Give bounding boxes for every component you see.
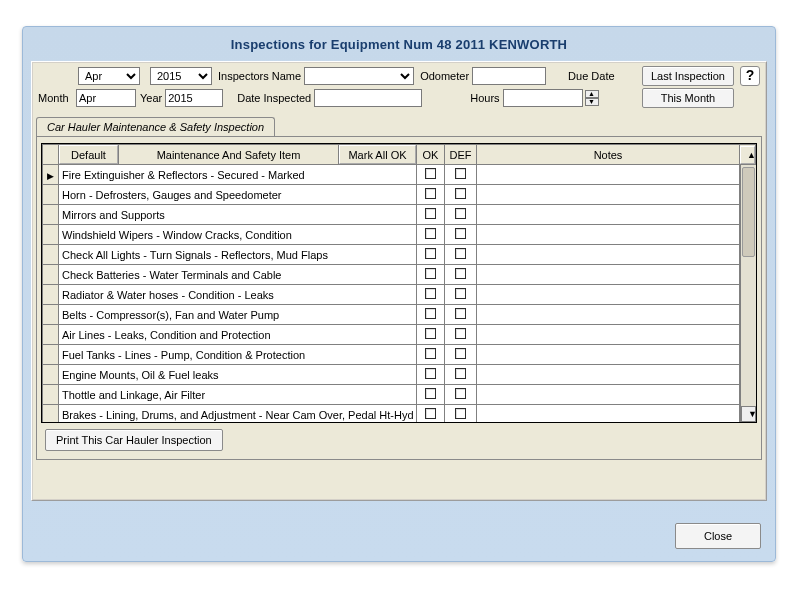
mark-all-ok-button[interactable]: Mark All OK <box>339 145 416 164</box>
row-selector[interactable] <box>43 385 59 405</box>
ok-cell[interactable] <box>417 165 445 185</box>
ok-cell[interactable] <box>417 265 445 285</box>
checkbox-icon[interactable] <box>425 328 436 339</box>
ok-cell[interactable] <box>417 305 445 325</box>
year-input[interactable] <box>165 89 223 107</box>
row-selector[interactable] <box>43 205 59 225</box>
table-row[interactable]: Belts - Compressor(s), Fan and Water Pum… <box>43 305 756 325</box>
table-row[interactable]: Thottle and Linkage, Air Filter <box>43 385 756 405</box>
checkbox-icon[interactable] <box>455 168 466 179</box>
hours-stepper[interactable]: ▲ ▼ <box>585 90 599 106</box>
checkbox-icon[interactable] <box>425 308 436 319</box>
row-selector[interactable] <box>43 165 59 185</box>
ok-cell[interactable] <box>417 285 445 305</box>
checkbox-icon[interactable] <box>425 168 436 179</box>
year-dropdown[interactable]: 2015 <box>150 67 212 85</box>
date-inspected-input[interactable] <box>314 89 422 107</box>
notes-cell[interactable] <box>477 245 740 265</box>
def-cell[interactable] <box>445 305 477 325</box>
def-cell[interactable] <box>445 205 477 225</box>
checkbox-icon[interactable] <box>455 368 466 379</box>
table-row[interactable]: Air Lines - Leaks, Condition and Protect… <box>43 325 756 345</box>
last-inspection-button[interactable]: Last Inspection <box>642 66 734 86</box>
checkbox-icon[interactable] <box>455 288 466 299</box>
def-cell[interactable] <box>445 385 477 405</box>
month-dropdown[interactable]: Apr <box>78 67 140 85</box>
ok-cell[interactable] <box>417 225 445 245</box>
inspectors-name-dropdown[interactable] <box>304 67 414 85</box>
notes-cell[interactable] <box>477 265 740 285</box>
print-inspection-button[interactable]: Print This Car Hauler Inspection <box>45 429 223 451</box>
notes-cell[interactable] <box>477 345 740 365</box>
def-cell[interactable] <box>445 245 477 265</box>
row-selector[interactable] <box>43 225 59 245</box>
scroll-up-button[interactable]: ▲ <box>740 146 755 164</box>
checkbox-icon[interactable] <box>455 268 466 279</box>
scroll-down-button[interactable]: ▼ <box>741 406 756 422</box>
table-row[interactable]: Horn - Defrosters, Gauges and Speedomete… <box>43 185 756 205</box>
row-selector[interactable] <box>43 305 59 325</box>
notes-cell[interactable] <box>477 185 740 205</box>
odometer-input[interactable] <box>472 67 546 85</box>
checkbox-icon[interactable] <box>455 328 466 339</box>
notes-cell[interactable] <box>477 365 740 385</box>
hours-input[interactable] <box>503 89 583 107</box>
row-selector[interactable] <box>43 405 59 424</box>
checkbox-icon[interactable] <box>425 348 436 359</box>
notes-cell[interactable] <box>477 405 740 424</box>
checkbox-icon[interactable] <box>425 388 436 399</box>
ok-cell[interactable] <box>417 405 445 424</box>
help-icon[interactable]: ? <box>740 66 760 86</box>
ok-cell[interactable] <box>417 185 445 205</box>
def-cell[interactable] <box>445 225 477 245</box>
def-cell[interactable] <box>445 165 477 185</box>
tab-car-hauler-inspection[interactable]: Car Hauler Maintenance & Safety Inspecti… <box>36 117 275 137</box>
checkbox-icon[interactable] <box>455 228 466 239</box>
def-cell[interactable] <box>445 265 477 285</box>
checkbox-icon[interactable] <box>455 208 466 219</box>
row-selector[interactable] <box>43 265 59 285</box>
checkbox-icon[interactable] <box>455 388 466 399</box>
table-row[interactable]: Fuel Tanks - Lines - Pump, Condition & P… <box>43 345 756 365</box>
row-selector[interactable] <box>43 245 59 265</box>
def-cell[interactable] <box>445 365 477 385</box>
scroll-track[interactable] <box>741 165 756 406</box>
checkbox-icon[interactable] <box>455 348 466 359</box>
def-cell[interactable] <box>445 345 477 365</box>
checkbox-icon[interactable] <box>425 268 436 279</box>
notes-cell[interactable] <box>477 285 740 305</box>
notes-cell[interactable] <box>477 385 740 405</box>
def-cell[interactable] <box>445 285 477 305</box>
table-row[interactable]: Check All Lights - Turn Signals - Reflec… <box>43 245 756 265</box>
scroll-thumb[interactable] <box>742 167 755 257</box>
def-cell[interactable] <box>445 325 477 345</box>
notes-cell[interactable] <box>477 225 740 245</box>
notes-cell[interactable] <box>477 165 740 185</box>
row-selector[interactable] <box>43 325 59 345</box>
checkbox-icon[interactable] <box>425 248 436 259</box>
checkbox-icon[interactable] <box>455 308 466 319</box>
default-button[interactable]: Default <box>59 145 118 164</box>
close-button[interactable]: Close <box>675 523 761 549</box>
row-selector[interactable] <box>43 345 59 365</box>
notes-cell[interactable] <box>477 325 740 345</box>
checkbox-icon[interactable] <box>425 368 436 379</box>
ok-cell[interactable] <box>417 205 445 225</box>
this-month-button[interactable]: This Month <box>642 88 734 108</box>
ok-cell[interactable] <box>417 345 445 365</box>
def-cell[interactable] <box>445 405 477 424</box>
table-row[interactable]: Mirrors and Supports <box>43 205 756 225</box>
ok-cell[interactable] <box>417 325 445 345</box>
ok-cell[interactable] <box>417 385 445 405</box>
ok-cell[interactable] <box>417 245 445 265</box>
checkbox-icon[interactable] <box>425 228 436 239</box>
table-row[interactable]: Windshield Wipers - Window Cracks, Condi… <box>43 225 756 245</box>
ok-cell[interactable] <box>417 365 445 385</box>
table-row[interactable]: Fire Extinguisher & Reflectors - Secured… <box>43 165 756 185</box>
checkbox-icon[interactable] <box>425 408 436 419</box>
table-row[interactable]: Engine Mounts, Oil & Fuel leaks <box>43 365 756 385</box>
row-selector[interactable] <box>43 365 59 385</box>
hours-step-down[interactable]: ▼ <box>585 98 599 106</box>
month-input[interactable] <box>76 89 136 107</box>
hours-step-up[interactable]: ▲ <box>585 90 599 98</box>
